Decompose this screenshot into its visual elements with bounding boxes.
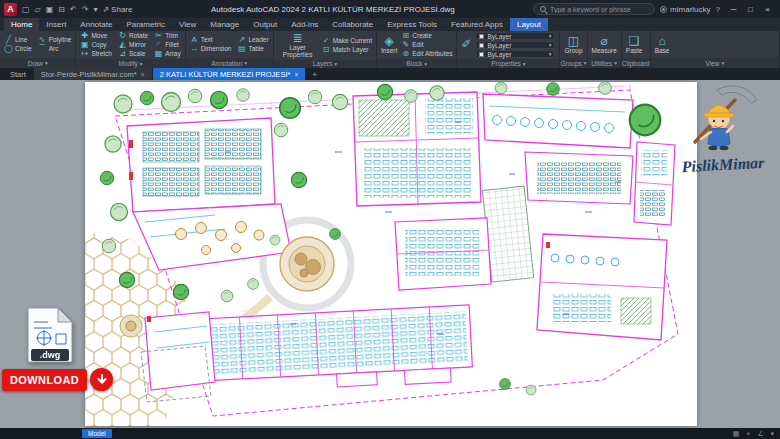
dwg-file-icon[interactable]: .dwg bbox=[24, 306, 76, 364]
panel-label-layers[interactable]: Layers▾ bbox=[274, 60, 376, 68]
quick-access-toolbar: ▢▱▣⊟↶↷ bbox=[22, 5, 88, 14]
edit-icon: ✎ bbox=[401, 41, 410, 49]
ortho-icon[interactable]: ∠ bbox=[757, 430, 763, 438]
ribbon-tab-insert[interactable]: Insert bbox=[39, 18, 73, 31]
grid-icon[interactable]: ▦ bbox=[733, 430, 740, 438]
tool-edit[interactable]: ✎Edit bbox=[401, 41, 452, 49]
download-button[interactable]: DOWNLOAD bbox=[2, 369, 87, 391]
tool-polyline[interactable]: ∿Polyline bbox=[38, 36, 72, 44]
tool-stretch[interactable]: ↦Stretch bbox=[80, 50, 112, 58]
site-plan-canvas[interactable] bbox=[85, 82, 697, 426]
tool-trim[interactable]: ✂Trim bbox=[154, 32, 181, 40]
panel-label-properties[interactable]: Properties▾ bbox=[457, 59, 559, 68]
dwg-label: .dwg bbox=[40, 350, 61, 360]
tool-fillet[interactable]: ◜Fillet bbox=[154, 41, 181, 49]
tool-edit-attributes[interactable]: ⊛Edit Attributes bbox=[401, 50, 452, 58]
minimize-button[interactable]: ─ bbox=[725, 0, 742, 18]
tool-arc[interactable]: ⌒Arc bbox=[38, 45, 72, 53]
autocad-logo[interactable]: A bbox=[4, 3, 17, 16]
tool-create[interactable]: ⊞Create bbox=[401, 32, 452, 40]
ribbon-tab-output[interactable]: Output bbox=[246, 18, 284, 31]
ribbon-tab-view[interactable]: View bbox=[172, 18, 203, 31]
properties-dropdown-0[interactable]: ByLayer▾ bbox=[475, 32, 555, 40]
file-tab-stor-perde-pislikmimar-com[interactable]: Stor-Perde-PislikMimar.com*× bbox=[34, 68, 152, 80]
close-icon[interactable]: × bbox=[141, 71, 145, 78]
help-icon[interactable]: ? bbox=[716, 5, 720, 14]
properties-dropdown-1[interactable]: ByLayer▾ bbox=[475, 41, 555, 49]
tool-match-layer[interactable]: ⊡Match Layer bbox=[322, 46, 372, 54]
ribbon-tab-featured-apps[interactable]: Featured Apps bbox=[444, 18, 510, 31]
new-tab-button[interactable]: + bbox=[306, 68, 322, 80]
panel-label-groups[interactable]: Groups▾ bbox=[560, 58, 586, 68]
ribbon-tab-home[interactable]: Home bbox=[4, 18, 39, 31]
redo-icon[interactable]: ↷ bbox=[82, 5, 89, 14]
panel-label-modify[interactable]: Modify▾ bbox=[76, 59, 184, 68]
model-tab[interactable]: Model bbox=[82, 429, 112, 438]
color-swatch bbox=[479, 52, 484, 57]
save-icon[interactable]: ▣ bbox=[46, 5, 54, 14]
ribbon-tab-layout[interactable]: Layout bbox=[510, 18, 548, 31]
chevron-down-icon: ▾ bbox=[721, 60, 724, 66]
chevron-down-icon[interactable]: ▾ bbox=[93, 5, 97, 14]
print-icon[interactable]: ⊟ bbox=[58, 5, 65, 14]
tool-layer-properties[interactable]: ≣Layer Properties bbox=[278, 32, 318, 59]
tool-circle[interactable]: ◯Circle bbox=[4, 45, 32, 53]
auditorium-building bbox=[127, 118, 275, 212]
ribbon-tab-collaborate[interactable]: Collaborate bbox=[325, 18, 380, 31]
download-banner[interactable]: DOWNLOAD bbox=[2, 368, 113, 391]
tool-measure[interactable]: ⌀Measure bbox=[592, 35, 617, 55]
tool-match-props-icon[interactable]: ✐ bbox=[461, 38, 471, 51]
panel-label-block[interactable]: Block▾ bbox=[377, 59, 456, 68]
panel-label-draw[interactable]: Draw▾ bbox=[0, 58, 75, 68]
chevron-down-icon[interactable]: ▾ bbox=[770, 430, 774, 438]
undo-icon[interactable]: ↶ bbox=[70, 5, 77, 14]
tool-table[interactable]: ▤Table bbox=[237, 45, 268, 53]
share-button[interactable]: ⇗ Share bbox=[102, 5, 132, 14]
panel-label-annotation[interactable]: Annotation▾ bbox=[186, 58, 273, 68]
user-account-button[interactable]: mimarlucky bbox=[660, 5, 710, 14]
tool-text[interactable]: AText bbox=[190, 36, 232, 44]
panel-label-clipboard[interactable]: Clipboard bbox=[622, 58, 650, 68]
file-tab-2-katli-k-lt-r-merkezi-projesi[interactable]: 2 KATLI KÜLTÜR MERKEZİ PROJESİ*× bbox=[153, 68, 306, 80]
tool-move[interactable]: ✚Move bbox=[80, 32, 112, 40]
close-icon[interactable]: × bbox=[294, 71, 298, 78]
snap-icon[interactable]: ⌖ bbox=[746, 430, 750, 438]
properties-dropdown-2[interactable]: ByLayer▾ bbox=[475, 50, 555, 58]
leader-icon: ↗ bbox=[237, 36, 246, 44]
tool-insert[interactable]: ◈Insert bbox=[381, 35, 397, 55]
panel-label-view[interactable]: View▾ bbox=[651, 58, 779, 68]
download-arrow-icon[interactable] bbox=[90, 368, 113, 391]
paste-icon: ❑ bbox=[629, 35, 640, 48]
pickaxe-head bbox=[717, 86, 757, 103]
panel-label-utilities[interactable]: Utilities▾ bbox=[588, 58, 621, 68]
search-input[interactable]: Type a keyword or phrase bbox=[533, 3, 655, 15]
tool-paste[interactable]: ❑Paste bbox=[626, 35, 643, 55]
ribbon-tab-manage[interactable]: Manage bbox=[203, 18, 246, 31]
maximize-button[interactable]: □ bbox=[742, 0, 759, 18]
new-icon[interactable]: ▢ bbox=[22, 5, 30, 14]
tool-line[interactable]: ╱Line bbox=[4, 36, 32, 44]
tool-group[interactable]: ◫Group bbox=[564, 35, 582, 55]
tool-scale[interactable]: ⊿Scale bbox=[118, 50, 148, 58]
polyline-icon: ∿ bbox=[38, 36, 47, 44]
chevron-down-icon: ▾ bbox=[614, 60, 617, 66]
tool-rotate[interactable]: ↻Rotate bbox=[118, 32, 148, 40]
trim-icon: ✂ bbox=[154, 32, 163, 40]
ribbon-tab-add-ins[interactable]: Add-ins bbox=[284, 18, 325, 31]
ribbon-tab-express-tools[interactable]: Express Tools bbox=[380, 18, 444, 31]
open-icon[interactable]: ▱ bbox=[35, 5, 41, 14]
ribbon-tab-annotate[interactable]: Annotate bbox=[73, 18, 119, 31]
tool-leader[interactable]: ↗Leader bbox=[237, 36, 268, 44]
ribbon-panel-annotation: AText↔Dimension↗Leader▤TableAnnotation▾ bbox=[186, 31, 274, 68]
ribbon-tab-parametric[interactable]: Parametric bbox=[119, 18, 172, 31]
tool-array[interactable]: ▦Array bbox=[154, 50, 181, 58]
file-tab-start[interactable]: Start bbox=[3, 68, 33, 80]
close-button[interactable]: × bbox=[759, 0, 776, 18]
tool-dimension[interactable]: ↔Dimension bbox=[190, 45, 232, 53]
username: mimarlucky bbox=[670, 5, 710, 14]
tool-copy[interactable]: ▣Copy bbox=[80, 41, 112, 49]
window-controls: ─ □ × bbox=[725, 0, 776, 18]
tool-mirror[interactable]: ◭Mirror bbox=[118, 41, 148, 49]
tool-make-current[interactable]: ✓Make Current bbox=[322, 37, 372, 45]
tool-base[interactable]: ⌂Base bbox=[655, 35, 670, 55]
